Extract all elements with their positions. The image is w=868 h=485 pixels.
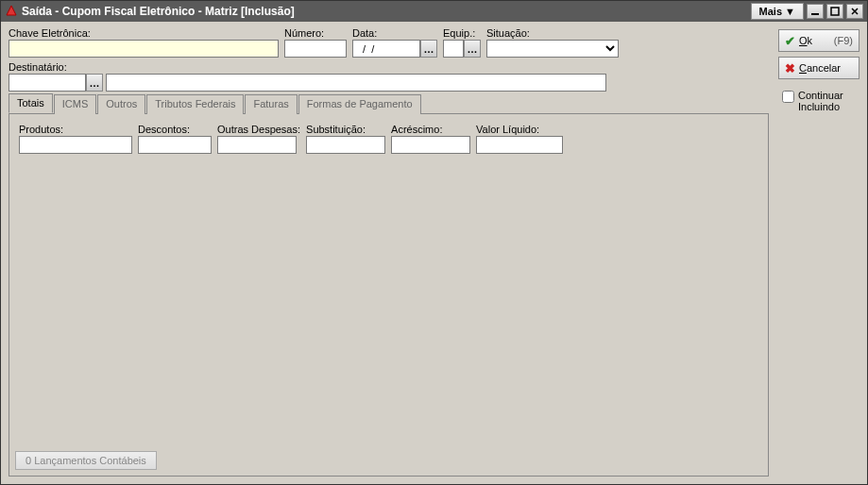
tabs: Totais ICMS Outros Tributos Federais Fat… bbox=[9, 93, 769, 114]
ok-shortcut: (F9) bbox=[834, 35, 853, 46]
numero-input[interactable] bbox=[284, 40, 347, 58]
chave-input[interactable] bbox=[9, 40, 279, 58]
acrescimo-input[interactable] bbox=[391, 136, 470, 154]
subst-label: Substituição: bbox=[306, 124, 385, 135]
acrescimo-field: Acréscimo: bbox=[391, 124, 470, 154]
data-picker-button[interactable]: … bbox=[420, 40, 437, 58]
tab-icms[interactable]: ICMS bbox=[54, 94, 97, 114]
outras-field: Outras Despesas: bbox=[217, 124, 300, 154]
lancamentos-button[interactable]: 0 Lançamentos Contábeis bbox=[15, 451, 157, 470]
destinatario-name-input[interactable] bbox=[106, 74, 606, 92]
liquido-input[interactable] bbox=[476, 136, 563, 154]
chave-field: Chave Eletrônica: bbox=[9, 27, 279, 58]
svg-rect-1 bbox=[831, 8, 839, 15]
liquido-label: Valor Líquido: bbox=[476, 124, 563, 135]
cancelar-label: Cancelar bbox=[799, 62, 841, 74]
data-input[interactable] bbox=[352, 40, 420, 58]
tab-formas[interactable]: Formas de Pagamento bbox=[298, 94, 421, 114]
produtos-label: Produtos: bbox=[19, 124, 132, 135]
acrescimo-label: Acréscimo: bbox=[391, 124, 470, 135]
situacao-label: Situação: bbox=[486, 27, 619, 39]
descontos-field: Descontos: bbox=[138, 124, 212, 154]
body: Chave Eletrônica: Número: Data: … Equip.… bbox=[1, 22, 867, 484]
titlebar: Saída - Cupom Fiscal Eletrônico - Matriz… bbox=[1, 1, 867, 22]
destinatario-picker-button[interactable]: … bbox=[86, 74, 103, 92]
subst-field: Substituição: bbox=[306, 124, 385, 154]
app-icon bbox=[5, 4, 18, 20]
equip-input-group: … bbox=[443, 40, 481, 58]
tab-faturas[interactable]: Faturas bbox=[245, 94, 297, 114]
tab-outros[interactable]: Outros bbox=[97, 94, 145, 114]
ok-button[interactable]: ✔ Ok (F9) bbox=[778, 29, 859, 52]
descontos-input[interactable] bbox=[138, 136, 212, 154]
maximize-button[interactable] bbox=[826, 4, 843, 19]
main-window: Saída - Cupom Fiscal Eletrônico - Matriz… bbox=[0, 0, 868, 485]
situacao-field: Situação: bbox=[486, 27, 619, 58]
numero-field: Número: bbox=[284, 27, 347, 58]
destinatario-input-group: … bbox=[9, 74, 769, 92]
tab-tributos[interactable]: Tributos Federais bbox=[146, 94, 244, 114]
equip-input[interactable] bbox=[443, 40, 464, 58]
check-icon: ✔ bbox=[785, 34, 795, 48]
data-input-group: … bbox=[352, 40, 437, 58]
produtos-input[interactable] bbox=[19, 136, 132, 154]
outras-label: Outras Despesas: bbox=[217, 124, 300, 135]
destinatario-label: Destinatário: bbox=[9, 61, 769, 73]
chave-label: Chave Eletrônica: bbox=[9, 27, 279, 39]
cancelar-button[interactable]: ✖ Cancelar bbox=[778, 57, 859, 79]
numero-label: Número: bbox=[284, 27, 347, 39]
header-row-1: Chave Eletrônica: Número: Data: … Equip.… bbox=[9, 27, 769, 58]
close-button[interactable] bbox=[846, 4, 863, 19]
x-icon: ✖ bbox=[785, 61, 795, 75]
destinatario-field: Destinatário: … bbox=[9, 61, 769, 92]
totais-row: Produtos: Descontos: Outras Despesas: Su… bbox=[19, 124, 758, 154]
window-title: Saída - Cupom Fiscal Eletrônico - Matriz… bbox=[22, 5, 751, 18]
destinatario-code-input[interactable] bbox=[9, 74, 86, 92]
mais-button[interactable]: Mais ▼ bbox=[751, 3, 804, 20]
continuar-checkbox[interactable] bbox=[782, 91, 794, 103]
situacao-select[interactable] bbox=[486, 40, 619, 58]
liquido-field: Valor Líquido: bbox=[476, 124, 563, 154]
produtos-field: Produtos: bbox=[19, 124, 132, 154]
subst-input[interactable] bbox=[306, 136, 385, 154]
equip-picker-button[interactable]: … bbox=[464, 40, 481, 58]
titlebar-buttons: Mais ▼ bbox=[751, 3, 863, 20]
descontos-label: Descontos: bbox=[138, 124, 212, 135]
data-label: Data: bbox=[352, 27, 437, 39]
continuar-label: Continuar Incluindo bbox=[798, 90, 859, 112]
equip-label: Equip.: bbox=[443, 27, 481, 39]
ok-label: Ok bbox=[799, 35, 812, 46]
data-field: Data: … bbox=[352, 27, 437, 58]
main-area: Chave Eletrônica: Número: Data: … Equip.… bbox=[1, 22, 776, 484]
equip-field: Equip.: … bbox=[443, 27, 481, 58]
continuar-checkbox-row: Continuar Incluindo bbox=[778, 90, 859, 112]
tab-totais[interactable]: Totais bbox=[9, 93, 53, 113]
minimize-button[interactable] bbox=[807, 4, 824, 19]
svg-rect-0 bbox=[811, 13, 819, 15]
tab-panel-totais: Produtos: Descontos: Outras Despesas: Su… bbox=[9, 114, 769, 477]
side-panel: ✔ Ok (F9) ✖ Cancelar Continuar Incluindo bbox=[776, 22, 867, 484]
outras-input[interactable] bbox=[217, 136, 297, 154]
